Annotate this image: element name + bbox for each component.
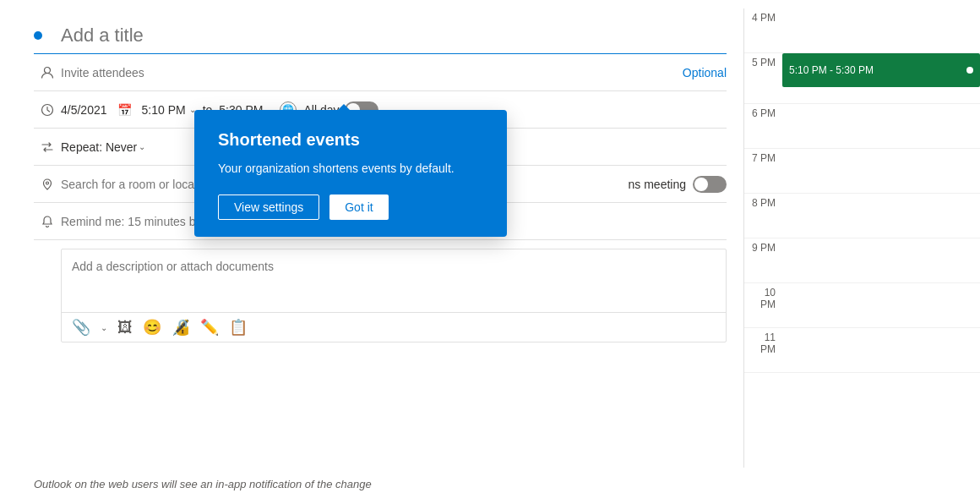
- attendees-row: Optional: [34, 54, 727, 91]
- time-slot-5pm: 5 PM 5:10 PM - 5:30 PM: [744, 53, 980, 104]
- time-label-4pm: 4 PM: [744, 8, 782, 24]
- location-icon: [34, 178, 61, 191]
- time-content-10pm: [782, 283, 980, 327]
- time-label-11pm: 11 PM: [744, 328, 782, 355]
- time-content-9pm: [782, 238, 980, 282]
- time-label-7pm: 7 PM: [744, 149, 782, 164]
- start-time-select[interactable]: 5:10 PM ⌄: [142, 103, 196, 117]
- time-slot-7pm: 7 PM: [744, 149, 980, 194]
- date-field[interactable]: 4/5/2021: [61, 103, 107, 117]
- caption-text: Outlook on the web users will see an in-…: [34, 478, 372, 490]
- time-label-8pm: 8 PM: [744, 194, 782, 209]
- calendar-event-block[interactable]: 5:10 PM - 5:30 PM: [782, 53, 980, 87]
- view-settings-button[interactable]: View settings: [218, 194, 319, 220]
- form-icon[interactable]: 📋: [229, 318, 248, 337]
- person-icon: [34, 66, 61, 79]
- title-input[interactable]: [61, 25, 727, 47]
- pencil-icon[interactable]: ✏️: [200, 318, 219, 337]
- script-icon[interactable]: 🔏: [172, 318, 190, 337]
- svg-point-2: [46, 182, 49, 184]
- description-toolbar: 📎 ⌄ 🖼 😊 🔏 ✏️ 📋: [62, 312, 726, 342]
- event-label: 5:10 PM - 5:30 PM: [789, 64, 874, 76]
- time-slot-10pm: 10 PM: [744, 283, 980, 328]
- got-it-button[interactable]: Got it: [329, 194, 388, 220]
- event-form: Optional 4/5/2021 📅 5:10 PM ⌄ to 5:30 PM: [0, 8, 743, 468]
- repeat-field[interactable]: Repeat: Never: [61, 140, 137, 154]
- time-content-5pm: 5:10 PM - 5:30 PM: [782, 53, 980, 97]
- time-content-8pm: [782, 194, 980, 238]
- time-slot-4pm: 4 PM: [744, 8, 980, 53]
- popup-body: Your organization shortens events by def…: [218, 160, 483, 178]
- time-slot-6pm: 6 PM: [744, 104, 980, 149]
- time-label-6pm: 6 PM: [744, 104, 782, 119]
- time-label-5pm: 5 PM: [744, 53, 782, 68]
- attendees-input[interactable]: [61, 66, 683, 79]
- time-content-7pm: [782, 149, 980, 193]
- teams-meeting-row: ns meeting: [629, 176, 727, 193]
- emoji-icon[interactable]: 😊: [143, 318, 161, 337]
- description-textarea[interactable]: [62, 249, 726, 309]
- caption-bar: Outlook on the web users will see an in-…: [0, 468, 980, 504]
- description-area: 📎 ⌄ 🖼 😊 🔏 ✏️ 📋: [61, 249, 727, 342]
- optional-label: Optional: [683, 66, 727, 79]
- repeat-icon: [34, 140, 61, 154]
- time-content-11pm: [782, 328, 980, 372]
- popup-title: Shortened events: [218, 130, 483, 150]
- image-icon[interactable]: 🖼: [117, 319, 133, 337]
- calendar-panel: 4 PM 5 PM 5:10 PM - 5:30 PM 6 PM 7 PM 8 …: [743, 8, 980, 468]
- repeat-chevron: ⌄: [139, 142, 145, 151]
- time-slot-11pm: 11 PM: [744, 328, 980, 373]
- title-dot-icon: [34, 31, 42, 40]
- popup-actions: View settings Got it: [218, 194, 483, 220]
- teams-label: ns meeting: [629, 178, 686, 191]
- time-label-9pm: 9 PM: [744, 238, 782, 254]
- time-slot-9pm: 9 PM: [744, 238, 980, 283]
- clock-icon: [34, 103, 61, 117]
- attach-chevron[interactable]: ⌄: [101, 323, 107, 332]
- time-label-10pm: 10 PM: [744, 283, 782, 310]
- time-slot-8pm: 8 PM: [744, 194, 980, 238]
- shortened-events-popup: Shortened events Your organization short…: [194, 110, 507, 237]
- event-dot: [966, 67, 973, 74]
- svg-point-0: [45, 67, 51, 73]
- time-content-4pm: [782, 8, 980, 52]
- bell-icon: [34, 215, 61, 228]
- teams-toggle[interactable]: [693, 176, 727, 193]
- title-row: [34, 17, 727, 54]
- time-content-6pm: [782, 104, 980, 148]
- popup-container: Shortened events Your organization short…: [194, 110, 507, 237]
- attach-icon[interactable]: 📎: [72, 318, 90, 337]
- calendar-icon[interactable]: 📅: [117, 103, 132, 117]
